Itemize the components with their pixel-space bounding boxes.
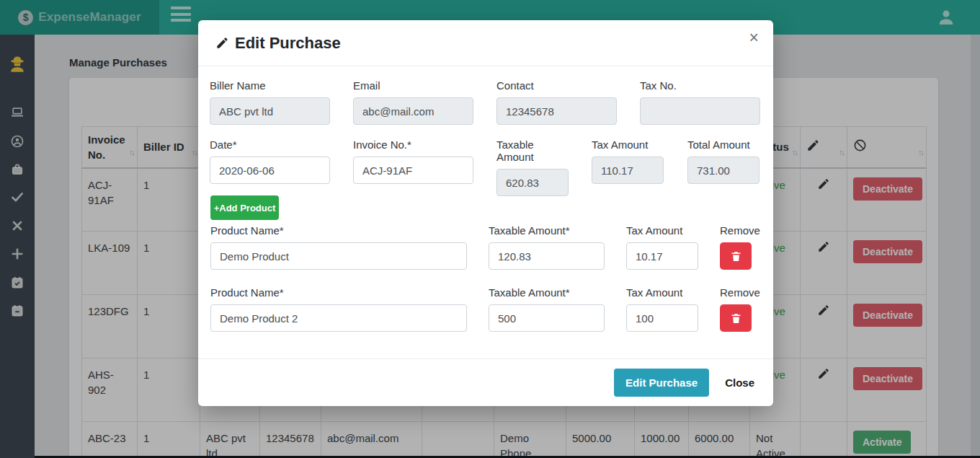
tax-no-input (640, 97, 760, 125)
tax-amount-field: Tax Amount (592, 138, 664, 184)
date-input[interactable] (210, 157, 330, 184)
pencil-icon (215, 36, 229, 50)
product-taxable-input[interactable] (489, 304, 605, 332)
contact-field: Contact (496, 79, 617, 125)
product-taxable-input[interactable] (489, 242, 605, 270)
taxable-amount-field: Taxable Amount (496, 138, 569, 196)
product-remove-field: Remove (720, 224, 763, 242)
taxable-amount-input (496, 169, 569, 196)
total-amount-input (687, 157, 760, 184)
contact-input (496, 97, 617, 125)
product-remove-field: Remove (720, 286, 763, 304)
modal-title: Edit Purchase (215, 34, 341, 53)
close-button[interactable]: Close (725, 376, 754, 389)
add-product-button[interactable]: +Add Product (210, 195, 279, 220)
tax-amount-input (592, 157, 664, 184)
remove-product-button[interactable] (720, 242, 752, 270)
product-taxable-field: Taxable Amount* (489, 224, 605, 270)
edit-purchase-modal: Edit Purchase × Biller Name Email Contac… (198, 20, 773, 406)
email-field: Email (353, 79, 473, 125)
product-name-input[interactable] (210, 304, 467, 332)
product-taxable-field: Taxable Amount* (489, 286, 605, 332)
product-name-field: Product Name* (210, 286, 467, 332)
trash-icon (730, 312, 742, 325)
date-field: Date* (210, 138, 330, 184)
tax-no-field: Tax No. (640, 79, 760, 125)
invoice-no-input[interactable] (353, 157, 473, 184)
total-amount-field: Total Amount (687, 138, 760, 184)
product-tax-field: Tax Amount (626, 224, 698, 270)
modal-footer: Edit Purchase Close (198, 358, 773, 406)
product-name-input[interactable] (210, 242, 467, 270)
modal-header: Edit Purchase × (198, 20, 773, 66)
product-tax-input[interactable] (626, 304, 698, 332)
invoice-no-field: Invoice No.* (353, 138, 473, 184)
close-icon[interactable]: × (749, 30, 759, 46)
product-tax-field: Tax Amount (626, 286, 698, 332)
product-name-field: Product Name* (210, 224, 467, 270)
remove-product-button[interactable] (720, 304, 752, 332)
product-tax-input[interactable] (626, 242, 698, 270)
biller-name-input (210, 97, 330, 125)
email-input (353, 97, 473, 125)
biller-name-field: Biller Name (210, 79, 330, 125)
submit-edit-purchase-button[interactable]: Edit Purchase (614, 369, 709, 397)
trash-icon (730, 250, 742, 263)
